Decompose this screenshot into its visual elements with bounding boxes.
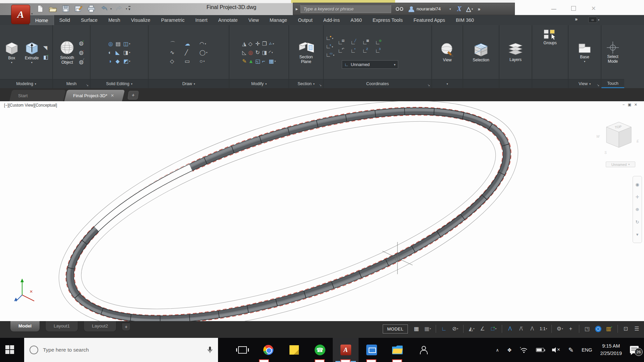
offset-icon[interactable]: ⌐ (262, 59, 268, 64)
smooth-less-icon[interactable]: ◍− (79, 50, 85, 55)
viewport-restore-icon[interactable]: ▣ (628, 103, 631, 107)
viewcube[interactable]: TOP W S E Unnamed ▾ (598, 119, 640, 170)
file-explorer-app[interactable] (384, 338, 410, 362)
sticky-notes-app[interactable] (281, 338, 307, 362)
dialog-launcher-icon[interactable]: ↘ (86, 83, 89, 87)
ribbon-tab[interactable]: View (243, 15, 264, 25)
orbit-icon[interactable]: ↻ (636, 220, 639, 224)
language-indicator[interactable]: ENG (582, 347, 592, 353)
new-drawing-tab-button[interactable]: + (127, 91, 139, 100)
file-tab-start[interactable]: Start (9, 90, 66, 101)
windows-ink-pen-icon[interactable]: ✎ (568, 346, 574, 354)
clock[interactable]: 9:15 AM 2/25/2019 (600, 343, 622, 357)
redo-dropdown-icon[interactable]: ▾ (126, 7, 127, 10)
array-icon[interactable]: ▦▾ (269, 59, 276, 64)
start-button[interactable] (5, 345, 15, 355)
steering-wheel-icon[interactable]: ◉ (635, 182, 639, 187)
polygon-icon[interactable]: ◇ (170, 59, 176, 64)
layers-button[interactable]: Layers (506, 42, 525, 63)
task-view-button[interactable] (229, 338, 255, 362)
align3d-icon[interactable]: ▲ (248, 59, 254, 64)
rotate-gizmo-icon[interactable]: ◇ (248, 41, 254, 47)
osnap-tracking-icon[interactable]: ∠ (478, 323, 488, 334)
panel-label-mesh[interactable]: Mesh ↘ (53, 79, 90, 88)
isolate-objects-icon[interactable]: ◳ (582, 323, 592, 334)
panel-label-coordinates[interactable]: Coordinates ↘ (324, 79, 431, 88)
search-binoculars-icon[interactable] (396, 7, 403, 11)
panel-label-layers[interactable] (499, 79, 532, 88)
ribbon-tab[interactable]: Express Tools (367, 15, 408, 25)
layout-tab[interactable]: Layout1 (45, 321, 78, 332)
line-icon[interactable]: ╱ (185, 50, 191, 55)
hidden-icons-caret[interactable]: ∧ (496, 348, 499, 353)
fillet-edge-icon[interactable]: ◣ (116, 50, 121, 55)
compass-west-label[interactable]: W (596, 135, 599, 138)
user-menu-arrow-icon[interactable]: ▾ (449, 7, 451, 11)
dialog-launcher-icon[interactable]: ↘ (597, 83, 599, 87)
ucs-icon[interactable]: ∟●▾ (326, 36, 334, 41)
drawing-area[interactable]: ✕ [−][Custom View][Conceptual] − ▣ ✕ TO (0, 101, 644, 321)
a360-menu-arrow-icon[interactable]: ▾ (472, 7, 473, 11)
rectangle-icon[interactable]: ▭ (185, 59, 191, 64)
customization-menu-icon[interactable]: ☰ (632, 323, 642, 334)
volume-muted-icon[interactable]: ✕ (552, 347, 560, 353)
separator[interactable] (463, 325, 464, 333)
ribbon-tab[interactable]: Solid (54, 15, 75, 25)
smooth-more-icon[interactable]: ◍+ (79, 41, 85, 46)
clean-screen-icon[interactable]: ⊡ (621, 323, 631, 334)
circle-icon[interactable]: ◯▾ (200, 50, 207, 55)
panel-label-view-styles[interactable]: ▾ (432, 79, 463, 88)
selection-button[interactable]: Selection (471, 42, 491, 63)
revision-cloud-icon[interactable]: ☁ (185, 41, 191, 47)
microphone-icon[interactable] (207, 346, 213, 354)
ellipse-icon[interactable]: ○▾ (200, 59, 207, 64)
slice-icon[interactable]: ▤ (116, 41, 121, 47)
ucs-z-icon[interactable]: ∟Z (362, 48, 370, 54)
redo-icon[interactable] (114, 4, 124, 13)
fillet-icon[interactable]: ◜▾ (269, 50, 276, 55)
ucs-world-icon[interactable]: ∟◍ (375, 40, 382, 45)
undo-icon[interactable] (99, 4, 109, 13)
ribbon-tab[interactable]: Output (292, 15, 318, 25)
move-icon[interactable]: ✛ (255, 41, 261, 47)
battery-icon[interactable] (536, 348, 544, 352)
user-avatar-icon[interactable] (409, 6, 414, 12)
media-app[interactable] (359, 338, 384, 362)
panel-label-touch[interactable]: Touch (601, 79, 624, 88)
viewport-close-icon[interactable]: ✕ (634, 103, 637, 107)
ucs-object-icon[interactable]: ∟╱ (351, 40, 357, 45)
action-center-button[interactable]: 26 (630, 346, 639, 354)
viewport-controls-label[interactable]: [−][Custom View][Conceptual] (4, 103, 57, 108)
whatsapp-app[interactable]: ☎ (307, 338, 333, 362)
ribbon-tabs-overflow-icon[interactable]: » (575, 16, 578, 22)
snap-grid-icon[interactable]: ▦ (412, 323, 422, 334)
file-tab-active-drawing[interactable]: Final Project-3D* ✕ (64, 90, 125, 101)
compass-east-label[interactable]: E (637, 139, 639, 143)
chrome-app[interactable] (255, 338, 281, 362)
panel-label-selection[interactable] (463, 79, 499, 88)
save-icon[interactable] (61, 4, 71, 13)
pan-icon[interactable]: ✛ (636, 195, 639, 199)
section-plane-button[interactable]: Section Plane (296, 40, 317, 65)
mirror3d-icon[interactable]: ◮ (242, 41, 247, 47)
offset-edge-icon[interactable]: ◨▾ (123, 50, 130, 55)
smooth-object-button[interactable]: Smooth Object (57, 39, 77, 66)
application-menu-button[interactable]: A (11, 5, 30, 24)
separator[interactable] (436, 325, 436, 333)
ucs-named-dropdown[interactable]: ∟ Unnamed ▾ (342, 60, 398, 69)
object-snap-icon[interactable]: □●▾ (489, 323, 499, 334)
ucs-origin-icon[interactable]: ∟• (351, 48, 357, 54)
annotation-scale-value[interactable]: 1:1▾ (538, 323, 548, 334)
annotation-visibility-icon[interactable]: Λ (505, 323, 515, 334)
panel-label-draw[interactable]: Draw ▾ (149, 79, 229, 88)
ucs-previous-icon[interactable]: ∟↶ (338, 48, 345, 54)
ucs-named-icon[interactable]: ∟▤ (338, 40, 345, 45)
undo-dropdown-icon[interactable]: ▾ (110, 7, 112, 10)
ribbon-tab[interactable]: A360 (345, 15, 367, 25)
dialog-launcher-icon[interactable]: ↘ (427, 83, 430, 87)
qat-customize-icon[interactable]: ▾ (128, 6, 130, 11)
signed-in-username[interactable]: nourarabi74 (417, 6, 441, 11)
arc-icon[interactable]: ◠▾ (200, 41, 207, 47)
autocad-app[interactable]: A (333, 338, 359, 362)
ribbon-tab[interactable]: Surface (75, 15, 103, 25)
